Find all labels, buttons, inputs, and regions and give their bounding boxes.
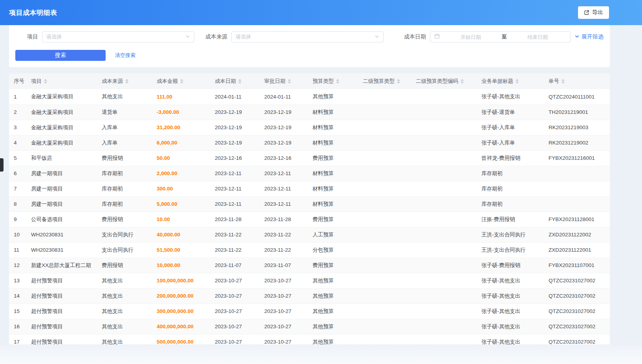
cell-secondary-budget-type-code (411, 166, 477, 181)
cell-document-no: QTZC20231027002 (544, 288, 610, 304)
table-row[interactable]: 6房建一期项目库存期初2,000.002023-12-112023-12-11材… (9, 166, 610, 181)
export-button-label: 导出 (592, 9, 603, 16)
cell-budget-type: 费用预算 (308, 258, 358, 273)
project-select-placeholder: 请选择 (46, 33, 62, 40)
table-row[interactable]: 13超付预警项目其他支出100,000,000.002023-10-272023… (9, 273, 610, 288)
table-row[interactable]: 15超付预警项目其他支出300,000,000.002023-10-272023… (9, 304, 610, 319)
cell-cost-amount: 10.00 (152, 212, 210, 227)
cell-secondary-budget-type (358, 273, 411, 288)
column-header-budget-type[interactable]: 预算类型 (308, 73, 358, 89)
chevron-down-icon (574, 34, 580, 40)
cost-table: 序号项目成本来源成本金额成本日期审批日期预算类型二级预算类型二级预算类型编码业务… (9, 73, 610, 344)
column-header-cost-source[interactable]: 成本来源 (97, 73, 152, 89)
sort-icon[interactable] (125, 79, 128, 84)
table-row[interactable]: 1金融大厦采购项目其他支出111.002024-01-112024-01-11其… (9, 89, 610, 104)
cell-approval-date: 2023-12-16 (260, 150, 308, 166)
cell-cost-source: 其他支出 (97, 304, 152, 319)
sort-icon[interactable] (397, 79, 400, 84)
cell-cost-source: 入库单 (97, 120, 152, 135)
sort-icon[interactable] (44, 79, 47, 84)
table-row[interactable]: 10WH20230831支出合同执行40,000.002023-11-22202… (9, 227, 610, 242)
cell-index: 5 (9, 150, 26, 166)
table-row[interactable]: 17超付预警项目其他支出500,000,000.002023-10-272023… (9, 334, 610, 344)
column-header-approval-date[interactable]: 审批日期 (260, 73, 308, 89)
cell-cost-source: 其他支出 (97, 288, 152, 304)
cell-index: 10 (9, 227, 26, 242)
cell-cost-source: 支出合同执行 (97, 242, 152, 258)
cell-document-title: 张子硕-其他支出 (477, 304, 544, 319)
column-header-secondary-budget-type[interactable]: 二级预算类型 (358, 73, 411, 89)
table-row[interactable]: 12新建XX总部大厦工程二期费用报销10,000.002023-11-07202… (9, 258, 610, 273)
column-header-cost-date[interactable]: 成本日期 (210, 73, 260, 89)
sort-icon[interactable] (180, 79, 183, 84)
table-row[interactable]: 5和平饭店费用报销50.002023-12-162023-12-16费用预算曾祥… (9, 150, 610, 166)
cell-cost-source: 费用报销 (97, 212, 152, 227)
cell-document-no (544, 166, 610, 181)
cell-cost-date: 2023-12-16 (210, 150, 260, 166)
cell-secondary-budget-type-code (411, 304, 477, 319)
cost-date-range-picker[interactable]: 至 (430, 31, 571, 42)
cell-cost-source: 库存期初 (97, 181, 152, 196)
cell-approval-date: 2023-11-07 (260, 258, 308, 273)
cell-approval-date: 2024-01-11 (260, 89, 308, 104)
cell-secondary-budget-type (358, 304, 411, 319)
sort-icon[interactable] (562, 79, 565, 84)
cell-secondary-budget-type (358, 181, 411, 196)
column-header-document-title[interactable]: 业务单据标题 (477, 73, 544, 89)
clear-search-link[interactable]: 清空搜索 (115, 52, 135, 59)
cell-secondary-budget-type-code (411, 104, 477, 120)
cell-cost-date: 2023-10-27 (210, 304, 260, 319)
table-row[interactable]: 11WH20230831支出合同执行51,500.002023-11-22202… (9, 242, 610, 258)
table-row[interactable]: 7房建一期项目库存期初300.002023-12-112023-12-11材料预… (9, 181, 610, 196)
cost-source-select[interactable]: 请选择 (231, 31, 384, 42)
cell-cost-source: 费用报销 (97, 258, 152, 273)
sort-icon[interactable] (461, 79, 464, 84)
cell-cost-date: 2023-11-07 (210, 258, 260, 273)
cell-cost-source: 库存期初 (97, 196, 152, 212)
cell-project: 超付预警项目 (26, 334, 97, 344)
cell-cost-amount: 10,000.00 (152, 258, 210, 273)
end-date-input[interactable] (509, 34, 567, 40)
cell-document-title: 张子硕-入库单 (477, 135, 544, 150)
column-header-cost-amount[interactable]: 成本金额 (152, 73, 210, 89)
column-header-project[interactable]: 项目 (26, 73, 97, 89)
drawer-handle[interactable] (0, 158, 4, 172)
cell-project: 房建一期项目 (26, 181, 97, 196)
project-select[interactable]: 请选择 (42, 31, 194, 42)
expand-filters-link[interactable]: 展开筛选 (574, 33, 604, 40)
cost-date-filter: 成本日期 至 (395, 31, 571, 42)
cell-document-title: 张子硕-其他支出 (477, 89, 544, 104)
chevron-down-icon (375, 33, 379, 40)
column-header-secondary-budget-type-code[interactable]: 二级预算类型编码 (411, 73, 477, 89)
cell-index: 16 (9, 319, 26, 334)
cell-index: 6 (9, 166, 26, 181)
table-row[interactable]: 9公司备选项目费用报销10.002023-11-282023-11-28费用预算… (9, 212, 610, 227)
sort-icon[interactable] (516, 79, 519, 84)
table-row[interactable]: 3金融大厦采购项目入库单31,200.002023-12-192023-12-1… (9, 120, 610, 135)
cell-cost-amount: 51,500.00 (152, 242, 210, 258)
cell-budget-type: 材料预算 (308, 135, 358, 150)
cell-document-no: RK20231219003 (544, 120, 610, 135)
table-row[interactable]: 14超付预警项目其他支出200,000,000.002023-10-272023… (9, 288, 610, 304)
export-button[interactable]: 导出 (578, 6, 609, 19)
filter-panel: 项目 请选择 成本来源 请选择 成本日期 (9, 25, 610, 67)
table-row[interactable]: 16超付预警项目其他支出400,000,000.002023-10-272023… (9, 319, 610, 334)
table-row[interactable]: 4金融大厦采购项目入库单6,000.002023-12-192023-12-19… (9, 135, 610, 150)
cell-secondary-budget-type (358, 288, 411, 304)
cell-budget-type: 材料预算 (308, 120, 358, 135)
sort-icon[interactable] (288, 79, 291, 84)
table-row[interactable]: 8房建一期项目库存期初5,000.002023-12-112023-12-11材… (9, 196, 610, 212)
cell-cost-source: 退货单 (97, 104, 152, 120)
sort-icon[interactable] (238, 79, 241, 84)
cell-budget-type: 人工预算 (308, 227, 358, 242)
cell-document-no: QTZC20231027002 (544, 273, 610, 288)
cell-cost-source: 其他支出 (97, 89, 152, 104)
cell-cost-date: 2023-11-28 (210, 212, 260, 227)
table-row[interactable]: 2金融大厦采购项目退货单-3,000.002023-12-192023-12-1… (9, 104, 610, 120)
column-header-document-no[interactable]: 单号 (544, 73, 610, 89)
cell-cost-date: 2023-12-11 (210, 196, 260, 212)
search-button[interactable]: 搜索 (15, 50, 106, 61)
cell-document-title: 库存期初 (477, 166, 544, 181)
sort-icon[interactable] (336, 79, 339, 84)
start-date-input[interactable] (442, 34, 499, 40)
